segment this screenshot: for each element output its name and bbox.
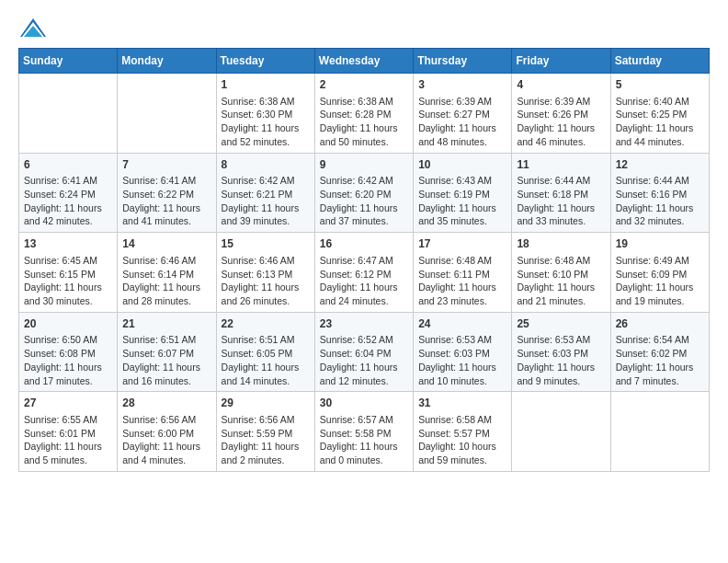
cell-content: Sunrise: 6:48 AM Sunset: 6:10 PM Dayligh… (517, 254, 605, 308)
cell-content: Sunrise: 6:53 AM Sunset: 6:03 PM Dayligh… (418, 333, 506, 387)
cell-content: Sunrise: 6:43 AM Sunset: 6:19 PM Dayligh… (418, 174, 506, 228)
calendar-cell: 15Sunrise: 6:46 AM Sunset: 6:13 PM Dayli… (216, 233, 314, 313)
day-number: 1 (222, 77, 310, 93)
cell-content: Sunrise: 6:49 AM Sunset: 6:09 PM Dayligh… (616, 254, 704, 308)
calendar-cell: 27Sunrise: 6:55 AM Sunset: 6:01 PM Dayli… (19, 392, 118, 472)
calendar-cell: 16Sunrise: 6:47 AM Sunset: 6:12 PM Dayli… (314, 233, 413, 313)
calendar-cell: 24Sunrise: 6:53 AM Sunset: 6:03 PM Dayli… (414, 312, 512, 392)
day-number: 16 (320, 236, 408, 252)
calendar-header-row: SundayMondayTuesdayWednesdayThursdayFrid… (19, 49, 710, 74)
cell-content: Sunrise: 6:53 AM Sunset: 6:03 PM Dayligh… (517, 333, 605, 387)
calendar-week-3: 13Sunrise: 6:45 AM Sunset: 6:15 PM Dayli… (19, 233, 710, 313)
calendar-cell (610, 392, 709, 472)
cell-content: Sunrise: 6:46 AM Sunset: 6:14 PM Dayligh… (122, 254, 210, 308)
cell-content: Sunrise: 6:38 AM Sunset: 6:30 PM Dayligh… (222, 95, 310, 149)
cell-content: Sunrise: 6:58 AM Sunset: 5:57 PM Dayligh… (418, 413, 506, 467)
calendar-cell: 13Sunrise: 6:45 AM Sunset: 6:15 PM Dayli… (19, 233, 118, 313)
calendar-cell: 8Sunrise: 6:42 AM Sunset: 6:21 PM Daylig… (216, 153, 314, 233)
calendar-week-2: 6Sunrise: 6:41 AM Sunset: 6:24 PM Daylig… (19, 153, 710, 233)
cell-content: Sunrise: 6:56 AM Sunset: 5:59 PM Dayligh… (222, 413, 310, 467)
cell-content: Sunrise: 6:41 AM Sunset: 6:24 PM Dayligh… (24, 174, 112, 228)
calendar: SundayMondayTuesdayWednesdayThursdayFrid… (18, 48, 710, 472)
day-number: 6 (24, 157, 112, 173)
calendar-cell: 4Sunrise: 6:39 AM Sunset: 6:26 PM Daylig… (512, 74, 610, 154)
day-number: 14 (122, 236, 210, 252)
calendar-cell: 22Sunrise: 6:51 AM Sunset: 6:05 PM Dayli… (216, 312, 314, 392)
calendar-cell: 31Sunrise: 6:58 AM Sunset: 5:57 PM Dayli… (414, 392, 512, 472)
day-number: 17 (418, 236, 506, 252)
calendar-week-5: 27Sunrise: 6:55 AM Sunset: 6:01 PM Dayli… (19, 392, 710, 472)
day-number: 19 (616, 236, 704, 252)
cell-content: Sunrise: 6:51 AM Sunset: 6:07 PM Dayligh… (122, 333, 210, 387)
cell-content: Sunrise: 6:47 AM Sunset: 6:12 PM Dayligh… (320, 254, 408, 308)
cell-content: Sunrise: 6:42 AM Sunset: 6:21 PM Dayligh… (222, 174, 310, 228)
calendar-cell: 17Sunrise: 6:48 AM Sunset: 6:11 PM Dayli… (414, 233, 512, 313)
calendar-week-4: 20Sunrise: 6:50 AM Sunset: 6:08 PM Dayli… (19, 312, 710, 392)
cell-content: Sunrise: 6:46 AM Sunset: 6:13 PM Dayligh… (222, 254, 310, 308)
cell-content: Sunrise: 6:52 AM Sunset: 6:04 PM Dayligh… (320, 333, 408, 387)
calendar-cell: 18Sunrise: 6:48 AM Sunset: 6:10 PM Dayli… (512, 233, 610, 313)
cell-content: Sunrise: 6:39 AM Sunset: 6:27 PM Dayligh… (418, 95, 506, 149)
calendar-cell: 28Sunrise: 6:56 AM Sunset: 6:00 PM Dayli… (118, 392, 216, 472)
day-number: 9 (320, 157, 408, 173)
calendar-cell: 19Sunrise: 6:49 AM Sunset: 6:09 PM Dayli… (610, 233, 709, 313)
calendar-cell: 25Sunrise: 6:53 AM Sunset: 6:03 PM Dayli… (512, 312, 610, 392)
calendar-cell: 7Sunrise: 6:41 AM Sunset: 6:22 PM Daylig… (118, 153, 216, 233)
calendar-cell: 12Sunrise: 6:44 AM Sunset: 6:16 PM Dayli… (610, 153, 709, 233)
day-number: 7 (122, 157, 210, 173)
cell-content: Sunrise: 6:41 AM Sunset: 6:22 PM Dayligh… (122, 174, 210, 228)
day-number: 22 (222, 316, 310, 332)
cell-content: Sunrise: 6:44 AM Sunset: 6:18 PM Dayligh… (517, 174, 605, 228)
calendar-cell: 3Sunrise: 6:39 AM Sunset: 6:27 PM Daylig… (414, 74, 512, 154)
day-number: 29 (222, 396, 310, 411)
day-number: 31 (418, 396, 506, 411)
header-day-saturday: Saturday (610, 49, 709, 74)
day-number: 13 (24, 236, 112, 252)
calendar-cell: 6Sunrise: 6:41 AM Sunset: 6:24 PM Daylig… (19, 153, 118, 233)
cell-content: Sunrise: 6:45 AM Sunset: 6:15 PM Dayligh… (24, 254, 112, 308)
header-day-friday: Friday (512, 49, 610, 74)
day-number: 23 (320, 316, 408, 332)
calendar-cell: 9Sunrise: 6:42 AM Sunset: 6:20 PM Daylig… (314, 153, 413, 233)
day-number: 4 (517, 77, 605, 93)
day-number: 27 (24, 396, 112, 411)
day-number: 28 (122, 396, 210, 411)
calendar-cell (118, 74, 216, 154)
calendar-cell: 14Sunrise: 6:46 AM Sunset: 6:14 PM Dayli… (118, 233, 216, 313)
calendar-cell: 26Sunrise: 6:54 AM Sunset: 6:02 PM Dayli… (610, 312, 709, 392)
day-number: 21 (122, 316, 210, 332)
cell-content: Sunrise: 6:55 AM Sunset: 6:01 PM Dayligh… (24, 413, 112, 467)
day-number: 26 (616, 316, 704, 332)
cell-content: Sunrise: 6:38 AM Sunset: 6:28 PM Dayligh… (320, 95, 408, 149)
day-number: 18 (517, 236, 605, 252)
cell-content: Sunrise: 6:57 AM Sunset: 5:58 PM Dayligh… (320, 413, 408, 467)
cell-content: Sunrise: 6:42 AM Sunset: 6:20 PM Dayligh… (320, 174, 408, 228)
header-day-tuesday: Tuesday (216, 49, 314, 74)
day-number: 15 (222, 236, 310, 252)
day-number: 11 (517, 157, 605, 173)
calendar-cell: 21Sunrise: 6:51 AM Sunset: 6:07 PM Dayli… (118, 312, 216, 392)
day-number: 5 (616, 77, 704, 93)
day-number: 2 (320, 77, 408, 93)
logo (18, 18, 46, 33)
cell-content: Sunrise: 6:51 AM Sunset: 6:05 PM Dayligh… (222, 333, 310, 387)
day-number: 30 (320, 396, 408, 411)
calendar-cell: 5Sunrise: 6:40 AM Sunset: 6:25 PM Daylig… (610, 74, 709, 154)
cell-content: Sunrise: 6:44 AM Sunset: 6:16 PM Dayligh… (616, 174, 704, 228)
cell-content: Sunrise: 6:56 AM Sunset: 6:00 PM Dayligh… (122, 413, 210, 467)
header (18, 18, 710, 33)
day-number: 25 (517, 316, 605, 332)
day-number: 12 (616, 157, 704, 173)
cell-content: Sunrise: 6:48 AM Sunset: 6:11 PM Dayligh… (418, 254, 506, 308)
calendar-cell: 29Sunrise: 6:56 AM Sunset: 5:59 PM Dayli… (216, 392, 314, 472)
calendar-cell: 30Sunrise: 6:57 AM Sunset: 5:58 PM Dayli… (314, 392, 413, 472)
header-day-thursday: Thursday (414, 49, 512, 74)
calendar-cell: 10Sunrise: 6:43 AM Sunset: 6:19 PM Dayli… (414, 153, 512, 233)
cell-content: Sunrise: 6:54 AM Sunset: 6:02 PM Dayligh… (616, 333, 704, 387)
calendar-cell (19, 74, 118, 154)
day-number: 20 (24, 316, 112, 332)
cell-content: Sunrise: 6:39 AM Sunset: 6:26 PM Dayligh… (517, 95, 605, 149)
calendar-cell: 20Sunrise: 6:50 AM Sunset: 6:08 PM Dayli… (19, 312, 118, 392)
day-number: 8 (222, 157, 310, 173)
calendar-cell (512, 392, 610, 472)
